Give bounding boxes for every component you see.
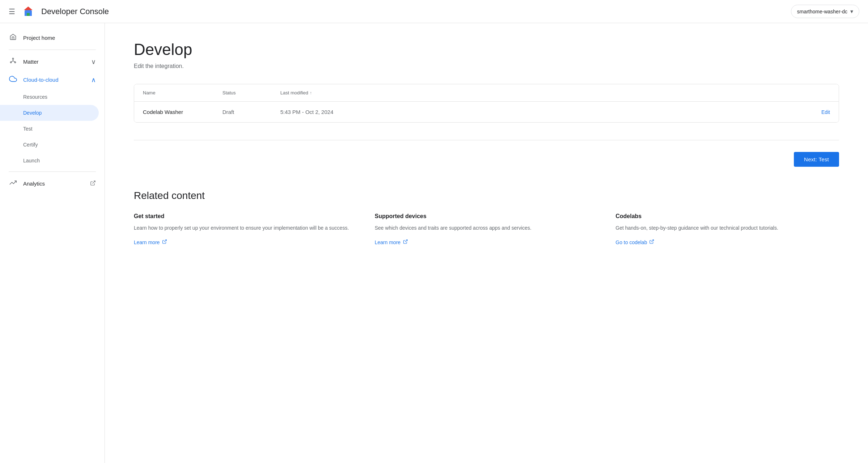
get-started-external-link-icon bbox=[162, 239, 167, 245]
project-home-label: Project home bbox=[23, 35, 55, 41]
edit-button[interactable]: Edit bbox=[821, 109, 830, 115]
cloud-icon bbox=[9, 75, 17, 85]
related-grid: Get started Learn how to properly set up… bbox=[134, 213, 839, 245]
svg-line-9 bbox=[164, 240, 166, 242]
home-icon bbox=[9, 33, 17, 42]
test-label: Test bbox=[23, 126, 33, 132]
col-header-status: Status bbox=[222, 90, 280, 95]
codelabs-title: Codelabs bbox=[616, 213, 839, 220]
analytics-label: Analytics bbox=[23, 180, 45, 187]
supported-devices-title: Supported devices bbox=[375, 213, 598, 220]
related-card-supported-devices: Supported devices See which devices and … bbox=[375, 213, 598, 245]
sidebar-sub-test[interactable]: Test bbox=[0, 121, 105, 137]
get-started-learn-more-label: Learn more bbox=[134, 239, 160, 245]
sidebar-divider-2 bbox=[9, 171, 96, 172]
col-header-modified: Last modified ↑ bbox=[280, 90, 830, 95]
svg-line-6 bbox=[11, 61, 13, 62]
page-title: Develop bbox=[134, 41, 839, 59]
svg-line-11 bbox=[651, 240, 654, 242]
svg-point-2 bbox=[12, 58, 13, 59]
row-name: Codelab Washer bbox=[143, 109, 222, 115]
related-card-codelabs: Codelabs Get hands-on, step-by-step guid… bbox=[616, 213, 839, 245]
sidebar-item-cloud-to-cloud[interactable]: Cloud-to-cloud ∧ bbox=[0, 71, 105, 89]
row-status: Draft bbox=[222, 109, 280, 115]
matter-chevron-icon: ∨ bbox=[91, 58, 96, 66]
certify-label: Certify bbox=[23, 142, 38, 148]
cloud-chevron-icon: ∧ bbox=[91, 76, 96, 84]
related-content-title: Related content bbox=[134, 190, 839, 201]
section-divider bbox=[134, 140, 839, 140]
matter-label: Matter bbox=[23, 59, 39, 65]
get-started-desc: Learn how to properly set up your enviro… bbox=[134, 224, 357, 232]
next-test-button[interactable]: Next: Test bbox=[794, 152, 839, 167]
develop-label: Develop bbox=[23, 110, 42, 116]
project-name: smarthome-washer-dc bbox=[797, 9, 847, 14]
sidebar: Project home Matter ∨ Cloud-to-cloud ∧ bbox=[0, 23, 105, 463]
app-header: ☰ Developer Console smarthome-washer-dc … bbox=[0, 0, 868, 23]
supported-devices-learn-more-label: Learn more bbox=[375, 239, 401, 245]
sidebar-item-matter[interactable]: Matter ∨ bbox=[0, 53, 105, 71]
matter-icon bbox=[9, 57, 17, 66]
svg-rect-1 bbox=[27, 13, 30, 16]
resources-label: Resources bbox=[23, 94, 47, 100]
sidebar-sub-launch[interactable]: Launch bbox=[0, 153, 105, 169]
launch-label: Launch bbox=[23, 158, 40, 163]
svg-line-7 bbox=[13, 61, 15, 62]
get-started-title: Get started bbox=[134, 213, 357, 220]
main-content: Develop Edit the integration. Name Statu… bbox=[105, 23, 868, 463]
google-home-logo bbox=[21, 4, 35, 19]
codelabs-desc: Get hands-on, step-by-step guidance with… bbox=[616, 224, 839, 232]
go-to-codelab-label: Go to codelab bbox=[616, 239, 647, 245]
codelabs-external-link-icon bbox=[649, 239, 654, 245]
row-modified: 5:43 PM - Oct 2, 2024 bbox=[280, 109, 821, 115]
sort-icon: ↑ bbox=[310, 90, 312, 95]
sidebar-sub-certify[interactable]: Certify bbox=[0, 137, 105, 153]
sidebar-item-project-home[interactable]: Project home bbox=[0, 29, 105, 47]
sidebar-item-analytics[interactable]: Analytics bbox=[0, 175, 105, 192]
app-title: Developer Console bbox=[41, 7, 109, 16]
project-selector[interactable]: smarthome-washer-dc ▾ bbox=[791, 5, 859, 18]
cloud-to-cloud-left: Cloud-to-cloud bbox=[9, 75, 59, 85]
cloud-to-cloud-label: Cloud-to-cloud bbox=[23, 77, 59, 83]
sidebar-sub-resources[interactable]: Resources bbox=[0, 89, 105, 105]
table-row: Codelab Washer Draft 5:43 PM - Oct 2, 20… bbox=[134, 102, 839, 122]
analytics-icon bbox=[9, 179, 17, 188]
supported-devices-external-link-icon bbox=[403, 239, 408, 245]
related-content-section: Related content Get started Learn how to… bbox=[134, 190, 839, 245]
sidebar-sub-develop[interactable]: Develop bbox=[0, 105, 99, 121]
supported-devices-desc: See which devices and traits are support… bbox=[375, 224, 598, 232]
next-button-area: Next: Test bbox=[134, 152, 839, 167]
analytics-external-icon bbox=[90, 180, 96, 187]
related-card-get-started: Get started Learn how to properly set up… bbox=[134, 213, 357, 245]
matter-left: Matter bbox=[9, 57, 39, 66]
hamburger-menu-icon[interactable]: ☰ bbox=[9, 7, 15, 16]
analytics-left: Analytics bbox=[9, 179, 45, 188]
svg-line-10 bbox=[405, 240, 407, 242]
svg-marker-0 bbox=[24, 7, 33, 10]
get-started-learn-more-link[interactable]: Learn more bbox=[134, 239, 167, 245]
table-header: Name Status Last modified ↑ bbox=[134, 84, 839, 102]
svg-line-8 bbox=[93, 181, 95, 183]
col-header-name: Name bbox=[143, 90, 222, 95]
supported-devices-learn-more-link[interactable]: Learn more bbox=[375, 239, 408, 245]
header-left: ☰ Developer Console bbox=[9, 4, 109, 19]
chevron-down-icon: ▾ bbox=[850, 8, 853, 15]
sidebar-divider-1 bbox=[9, 50, 96, 50]
main-layout: Project home Matter ∨ Cloud-to-cloud ∧ bbox=[0, 23, 868, 463]
integration-table: Name Status Last modified ↑ Codelab Wash… bbox=[134, 84, 839, 123]
page-subtitle: Edit the integration. bbox=[134, 63, 839, 69]
go-to-codelab-link[interactable]: Go to codelab bbox=[616, 239, 654, 245]
